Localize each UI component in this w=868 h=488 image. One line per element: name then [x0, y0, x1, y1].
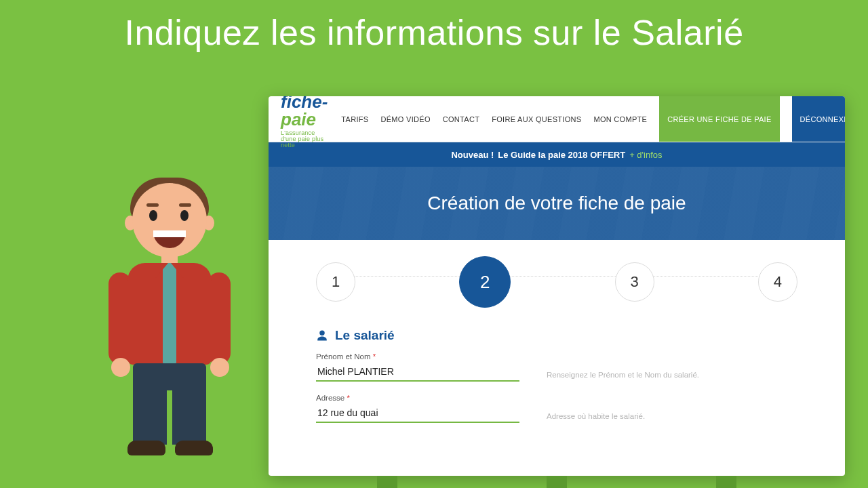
app-window: net fiche-paie L'assurance d'une paie pl…	[269, 96, 845, 476]
form-area: Le salarié Prénom et Nom * Renseignez le…	[269, 313, 845, 423]
required-mark: *	[373, 352, 376, 361]
page-headline: Indiquez les informations sur le Salarié	[0, 12, 868, 53]
required-mark: *	[347, 394, 349, 402]
nav-deconnexion[interactable]: DÉCONNEXION	[792, 96, 845, 142]
nav-creer-fiche[interactable]: CRÉER UNE FICHE DE PAIE	[659, 96, 779, 142]
address-input[interactable]	[316, 405, 519, 423]
character-illustration	[95, 183, 244, 474]
promo-prefix: Nouveau !	[451, 150, 494, 160]
nav-tarifs[interactable]: TARIFS	[341, 115, 368, 123]
field-address: Adresse *	[316, 394, 519, 423]
top-bar: net fiche-paie L'assurance d'une paie pl…	[269, 96, 845, 142]
field-row-address: Adresse * Adresse où habite le salarié.	[316, 394, 797, 423]
name-input[interactable]	[316, 363, 519, 382]
nav-demo-video[interactable]: DÉMO VIDÉO	[380, 115, 430, 123]
logo[interactable]: net fiche-paie L'assurance d'une paie pl…	[281, 96, 328, 148]
step-1[interactable]: 1	[316, 262, 355, 302]
step-2[interactable]: 2	[459, 256, 511, 308]
field-address-hint: Adresse où habite le salarié.	[547, 412, 797, 423]
nav-mon-compte[interactable]: MON COMPTE	[593, 115, 647, 123]
decorative-footer-stripes	[269, 476, 845, 488]
field-row-name: Prénom et Nom * Renseignez le Prénom et …	[316, 352, 797, 382]
promo-text: Le Guide la paie 2018 OFFERT	[498, 150, 625, 160]
section-title-text: Le salarié	[335, 328, 395, 343]
field-name: Prénom et Nom *	[316, 352, 519, 382]
section-title: Le salarié	[316, 328, 797, 343]
nav-faq[interactable]: FOIRE AUX QUESTIONS	[492, 115, 581, 123]
promo-banner[interactable]: Nouveau ! Le Guide la paie 2018 OFFERT +…	[269, 142, 845, 167]
step-3[interactable]: 3	[615, 262, 654, 302]
step-indicator: 1 2 3 4	[269, 240, 845, 313]
logo-main: fiche-paie	[281, 96, 328, 128]
field-name-hint: Renseignez le Prénom et le Nom du salari…	[547, 371, 797, 382]
logo-tagline: L'assurance d'une paie plus nette	[281, 130, 328, 148]
field-name-label: Prénom et Nom *	[316, 352, 519, 361]
field-address-label: Adresse *	[316, 394, 519, 402]
promo-more-link[interactable]: + d'infos	[629, 150, 662, 160]
step-4[interactable]: 4	[758, 262, 797, 302]
nav-contact[interactable]: CONTACT	[443, 115, 479, 123]
user-icon	[316, 329, 328, 342]
hero-title: Création de votre fiche de paie	[269, 167, 845, 240]
main-nav: TARIFS DÉMO VIDÉO CONTACT FOIRE AUX QUES…	[341, 96, 845, 142]
